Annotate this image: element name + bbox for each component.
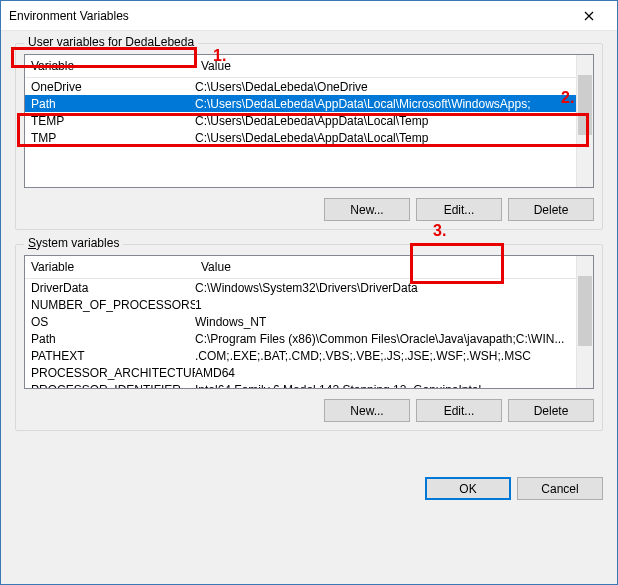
user-buttons: New... Edit... Delete — [24, 198, 594, 221]
cell-variable: NUMBER_OF_PROCESSORS — [25, 298, 195, 312]
ok-button[interactable]: OK — [425, 477, 511, 500]
system-list-header: Variable Value — [25, 256, 593, 279]
cell-variable: PATHEXT — [25, 349, 195, 363]
table-row[interactable]: PROCESSOR_IDENTIFIERIntel64 Family 6 Mod… — [25, 381, 593, 389]
content-area: User variables for DedaLebeda Variable V… — [1, 31, 617, 455]
cell-variable: OneDrive — [25, 80, 195, 94]
system-variables-label: System variables — [24, 236, 123, 250]
cell-variable: TEMP — [25, 114, 195, 128]
table-row[interactable]: PathC:\Program Files (x86)\Common Files\… — [25, 330, 593, 347]
cell-value: C:\Program Files (x86)\Common Files\Orac… — [195, 332, 593, 346]
cell-value: 1 — [195, 298, 593, 312]
table-row[interactable]: TEMPC:\Users\DedaLebeda\AppData\Local\Te… — [25, 112, 593, 129]
user-new-button[interactable]: New... — [324, 198, 410, 221]
cell-variable: TMP — [25, 131, 195, 145]
dialog-footer: OK Cancel — [1, 477, 617, 514]
system-edit-button[interactable]: Edit... — [416, 399, 502, 422]
cell-value: C:\Users\DedaLebeda\AppData\Local\Temp — [195, 114, 593, 128]
system-delete-button[interactable]: Delete — [508, 399, 594, 422]
cancel-button[interactable]: Cancel — [517, 477, 603, 500]
cell-value: AMD64 — [195, 366, 593, 380]
user-list-header: Variable Value — [25, 55, 593, 78]
cell-variable: PROCESSOR_ARCHITECTURE — [25, 366, 195, 380]
user-variables-group: User variables for DedaLebeda Variable V… — [15, 43, 603, 230]
system-new-button[interactable]: New... — [324, 399, 410, 422]
cell-variable: Path — [25, 97, 195, 111]
cell-value: .COM;.EXE;.BAT;.CMD;.VBS;.VBE;.JS;.JSE;.… — [195, 349, 593, 363]
cell-value: Windows_NT — [195, 315, 593, 329]
cell-variable: DriverData — [25, 281, 195, 295]
window-title: Environment Variables — [9, 9, 569, 23]
col-value[interactable]: Value — [195, 256, 593, 278]
table-row[interactable]: OSWindows_NT — [25, 313, 593, 330]
table-row[interactable]: TMPC:\Users\DedaLebeda\AppData\Local\Tem… — [25, 129, 593, 146]
col-variable[interactable]: Variable — [25, 256, 195, 278]
titlebar: Environment Variables — [1, 1, 617, 31]
user-delete-button[interactable]: Delete — [508, 198, 594, 221]
system-variables-list[interactable]: Variable Value DriverDataC:\Windows\Syst… — [24, 255, 594, 389]
close-icon — [584, 11, 594, 21]
env-vars-dialog: Environment Variables User variables for… — [0, 0, 618, 585]
table-row[interactable]: PATHEXT.COM;.EXE;.BAT;.CMD;.VBS;.VBE;.JS… — [25, 347, 593, 364]
scrollbar[interactable] — [576, 256, 593, 388]
cell-value: C:\Users\DedaLebeda\OneDrive — [195, 80, 593, 94]
cell-variable: PROCESSOR_IDENTIFIER — [25, 383, 195, 390]
cell-variable: Path — [25, 332, 195, 346]
table-row[interactable]: PROCESSOR_ARCHITECTUREAMD64 — [25, 364, 593, 381]
system-buttons: New... Edit... Delete — [24, 399, 594, 422]
cell-value: C:\Windows\System32\Drivers\DriverData — [195, 281, 593, 295]
cell-value: C:\Users\DedaLebeda\AppData\Local\Temp — [195, 131, 593, 145]
user-edit-button[interactable]: Edit... — [416, 198, 502, 221]
cell-value: C:\Users\DedaLebeda\AppData\Local\Micros… — [195, 97, 593, 111]
table-row[interactable]: NUMBER_OF_PROCESSORS1 — [25, 296, 593, 313]
col-variable[interactable]: Variable — [25, 55, 195, 77]
system-variables-group: System variables Variable Value DriverDa… — [15, 244, 603, 431]
table-row[interactable]: DriverDataC:\Windows\System32\Drivers\Dr… — [25, 279, 593, 296]
user-variables-list[interactable]: Variable Value OneDriveC:\Users\DedaLebe… — [24, 54, 594, 188]
cell-variable: OS — [25, 315, 195, 329]
scrollbar[interactable] — [576, 55, 593, 187]
table-row[interactable]: PathC:\Users\DedaLebeda\AppData\Local\Mi… — [25, 95, 593, 112]
close-button[interactable] — [569, 2, 609, 30]
table-row[interactable]: OneDriveC:\Users\DedaLebeda\OneDrive — [25, 78, 593, 95]
cell-value: Intel64 Family 6 Model 142 Stepping 12, … — [195, 383, 593, 390]
col-value[interactable]: Value — [195, 55, 593, 77]
user-variables-label: User variables for DedaLebeda — [24, 35, 198, 49]
